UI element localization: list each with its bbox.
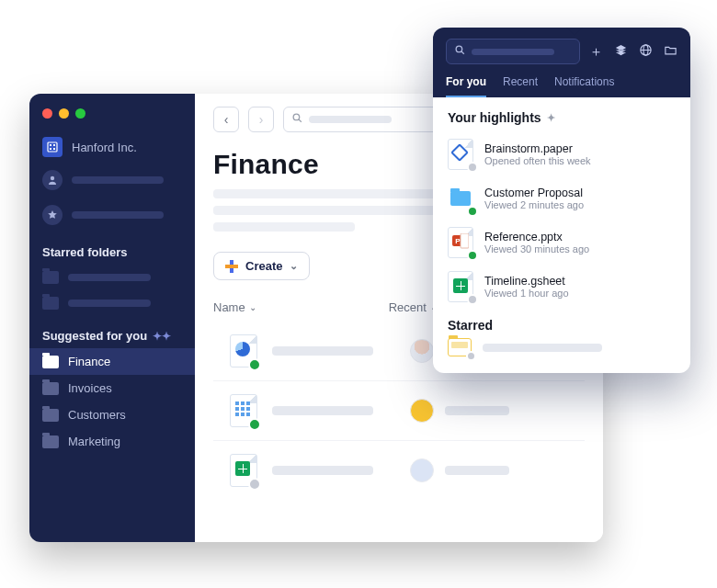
svg-rect-4 [53, 148, 55, 150]
highlight-meta: Opened often this week [484, 155, 591, 166]
svg-text:P: P [455, 237, 461, 245]
highlight-item[interactable]: Customer Proposal Viewed 2 minutes ago [448, 176, 676, 220]
org-selector[interactable]: Hanford Inc. [29, 131, 195, 163]
file-name-placeholder [272, 346, 373, 356]
sparkles-icon: ✦✦ [153, 330, 171, 343]
popover-tabs: For you Recent Notifications [446, 75, 677, 97]
placeholder-bar [483, 344, 602, 352]
svg-point-6 [293, 114, 300, 120]
gsheet-file-icon [448, 271, 475, 302]
folder-icon [42, 271, 59, 284]
star-icon [42, 205, 63, 225]
placeholder-line [213, 222, 355, 232]
nav-item-placeholder[interactable] [29, 163, 195, 198]
highlights-heading: Your highlights ✦ [448, 110, 676, 125]
svg-rect-15 [461, 233, 469, 248]
popover-body: Your highlights ✦ Brainstorm.paper Opene… [433, 97, 690, 373]
svg-rect-1 [50, 144, 51, 146]
minimize-window-button[interactable] [59, 108, 69, 119]
chevron-down-icon: ⌄ [290, 260, 298, 272]
window-controls [29, 105, 195, 131]
folder-icon [42, 409, 59, 422]
file-name-placeholder [272, 466, 373, 475]
placeholder-bar [72, 211, 164, 219]
file-row[interactable] [213, 441, 585, 500]
placeholder-bar [472, 49, 554, 55]
tab-notifications[interactable]: Notifications [554, 75, 614, 97]
popover-header: ＋ For you Recent Notifications [433, 28, 690, 97]
folder-file-icon [448, 183, 475, 214]
back-button[interactable]: ‹ [213, 107, 239, 132]
highlight-item[interactable]: P Reference.pptx Viewed 30 minutes ago [448, 220, 676, 265]
create-button[interactable]: Create ⌄ [213, 252, 310, 280]
sparkles-icon: ✦ [547, 112, 555, 124]
highlight-meta: Viewed 2 minutes ago [484, 199, 584, 210]
highlight-name: Timeline.gsheet [484, 275, 569, 288]
folder-icon [42, 297, 59, 310]
sidebar-item-label: Invoices [68, 381, 112, 395]
folder-icon [42, 356, 59, 368]
column-recent[interactable]: Recent ⌄ [389, 300, 438, 314]
file-icon [230, 394, 257, 427]
maximize-window-button[interactable] [75, 108, 85, 119]
placeholder-bar [68, 300, 151, 307]
highlight-item[interactable]: Brainstorm.paper Opened often this week [448, 132, 676, 176]
section-starred-folders: Starred folders [29, 232, 195, 265]
paper-file-icon [448, 139, 475, 170]
file-row[interactable] [213, 381, 585, 441]
recent-placeholder [445, 466, 509, 475]
placeholder-bar [309, 116, 392, 123]
highlight-meta: Viewed 30 minutes ago [484, 243, 589, 254]
svg-point-8 [456, 46, 462, 52]
tab-for-you[interactable]: For you [446, 75, 486, 97]
org-name: Hanford Inc. [72, 141, 137, 154]
globe-icon[interactable] [639, 43, 653, 61]
highlight-name: Reference.pptx [484, 231, 589, 243]
plus-icon[interactable]: ＋ [589, 43, 603, 61]
sidebar-item-label: Finance [68, 355, 110, 368]
folder-icon[interactable] [664, 43, 677, 61]
column-name[interactable]: Name ⌄ [213, 300, 256, 314]
starred-folder-placeholder[interactable] [29, 265, 195, 290]
forward-button[interactable]: › [248, 107, 274, 132]
building-icon [42, 137, 63, 157]
popover-search-input[interactable] [446, 39, 580, 64]
sidebar-item-marketing[interactable]: Marketing [29, 428, 195, 455]
avatar [410, 399, 434, 423]
folder-icon [42, 435, 59, 448]
svg-rect-0 [48, 142, 57, 152]
starred-item[interactable] [448, 338, 676, 356]
starred-heading: Starred [448, 318, 676, 333]
highlight-item[interactable]: Timeline.gsheet Viewed 1 hour ago [448, 265, 676, 309]
svg-line-9 [461, 51, 464, 54]
folder-icon [42, 382, 59, 395]
avatar [410, 458, 434, 482]
sidebar-item-customers[interactable]: Customers [29, 401, 195, 428]
placeholder-bar [68, 274, 151, 281]
powerpoint-file-icon: P [448, 227, 475, 258]
svg-point-5 [51, 176, 54, 180]
nav-item-placeholder[interactable] [29, 198, 195, 232]
highlight-meta: Viewed 1 hour ago [484, 288, 569, 299]
status-dot-icon [466, 351, 476, 361]
sidebar-item-label: Marketing [68, 435, 120, 448]
close-window-button[interactable] [42, 108, 52, 119]
quick-access-popover: ＋ For you Recent Notifications Your high… [433, 28, 690, 373]
search-icon [454, 44, 466, 59]
sidebar-item-finance[interactable]: Finance [29, 348, 195, 375]
section-suggested: Suggested for you ✦✦ [29, 316, 195, 348]
chevron-down-icon: ⌄ [249, 302, 256, 312]
file-name-placeholder [272, 406, 373, 415]
sidebar-item-label: Customers [68, 408, 126, 422]
recent-placeholder [445, 406, 509, 415]
tab-recent[interactable]: Recent [503, 75, 538, 97]
highlight-name: Brainstorm.paper [484, 142, 591, 155]
layers-icon[interactable] [614, 43, 628, 61]
starred-folder-placeholder[interactable] [29, 290, 195, 316]
file-icon [230, 334, 257, 368]
highlight-name: Customer Proposal [484, 187, 584, 199]
sidebar-item-invoices[interactable]: Invoices [29, 375, 195, 401]
svg-rect-2 [53, 144, 55, 146]
svg-line-7 [299, 119, 302, 122]
plus-icon [225, 260, 238, 273]
